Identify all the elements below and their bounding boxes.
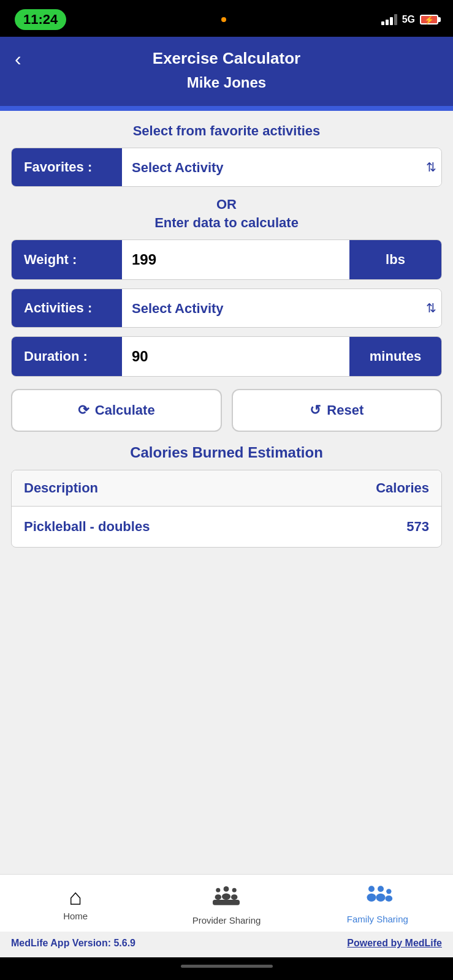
nav-item-provider-sharing[interactable]: Provider Sharing	[151, 882, 302, 925]
battery-icon: ⚡	[420, 15, 438, 24]
footer: MedLife App Version: 5.6.9 Powered by Me…	[0, 932, 453, 957]
results-title: Calories Burned Estimation	[11, 444, 442, 461]
calculate-label: Calculate	[95, 402, 155, 418]
activities-row: Activities : Select Activity ⇅	[11, 288, 442, 328]
battery-charge: ⚡	[424, 15, 434, 24]
nav-item-family-sharing[interactable]: Family Sharing	[302, 883, 453, 924]
home-bar	[181, 965, 273, 968]
main-content: Select from favorite activities Favorite…	[0, 111, 453, 874]
provider-sharing-label: Provider Sharing	[192, 915, 261, 925]
activities-chevron-icon: ⇅	[426, 301, 436, 315]
header: ‹ Exercise Calculator Mike Jones	[0, 37, 453, 106]
svg-point-3	[215, 894, 222, 900]
svg-point-10	[376, 894, 385, 902]
family-sharing-label: Family Sharing	[347, 914, 408, 924]
reset-button[interactable]: ↺ Reset	[232, 389, 443, 432]
favorites-select-wrapper: Select Activity ⇅	[122, 148, 441, 186]
svg-point-9	[378, 886, 384, 892]
svg-point-11	[386, 889, 391, 894]
back-button[interactable]: ‹	[15, 49, 21, 69]
duration-value-cell	[122, 337, 349, 376]
accent-bar	[0, 106, 453, 111]
activities-select-wrapper: Select Activity ⇅	[122, 289, 441, 327]
favorites-label: Favorites :	[12, 148, 122, 186]
home-icon: ⌂	[69, 886, 82, 908]
svg-point-8	[367, 894, 376, 902]
results-cal-header: Calories	[376, 480, 429, 496]
app-container: ‹ Exercise Calculator Mike Jones Select …	[0, 37, 453, 957]
svg-point-5	[231, 894, 238, 900]
or-text: OR	[11, 197, 442, 213]
svg-point-2	[216, 888, 221, 892]
svg-point-7	[368, 886, 375, 892]
favorites-chevron-icon: ⇅	[426, 160, 436, 175]
result-description: Pickleball - doubles	[24, 519, 150, 535]
weight-label: Weight :	[12, 240, 122, 279]
network-type: 5G	[402, 14, 415, 25]
bottom-nav: ⌂ Home Provider Sharing	[0, 874, 453, 932]
duration-row: Duration : minutes	[11, 336, 442, 377]
svg-point-1	[222, 893, 230, 900]
buttons-row: ⟳ Calculate ↺ Reset	[11, 389, 442, 432]
reset-label: Reset	[327, 402, 364, 418]
result-calories: 573	[406, 519, 429, 535]
enter-data-title: Enter data to calculate	[11, 215, 442, 231]
svg-rect-6	[213, 900, 240, 905]
provider-sharing-icon	[213, 882, 240, 913]
svg-point-12	[385, 895, 392, 902]
duration-input[interactable]	[132, 348, 340, 365]
results-desc-header: Description	[24, 480, 98, 496]
home-label: Home	[63, 911, 88, 921]
status-icons: 5G ⚡	[381, 14, 438, 25]
header-top: ‹ Exercise Calculator	[15, 49, 438, 68]
duration-unit: minutes	[349, 337, 441, 376]
orange-dot	[221, 17, 226, 22]
table-row: Pickleball - doubles 573	[12, 507, 441, 547]
user-name: Mike Jones	[187, 74, 266, 91]
duration-label: Duration :	[12, 337, 122, 376]
app-version: MedLife App Version: 5.6.9	[11, 938, 135, 949]
weight-value-cell	[122, 240, 349, 279]
calculate-button[interactable]: ⟳ Calculate	[11, 389, 222, 432]
status-bar: 11:24 5G ⚡	[0, 0, 453, 37]
home-indicator	[0, 957, 453, 980]
select-favorites-title: Select from favorite activities	[11, 123, 442, 139]
favorites-select[interactable]: Select Activity	[122, 149, 426, 186]
signal-bars-icon	[381, 14, 397, 25]
activities-label: Activities :	[12, 289, 122, 327]
results-table: Description Calories Pickleball - double…	[11, 470, 442, 548]
weight-input[interactable]	[132, 251, 340, 268]
svg-point-0	[224, 886, 229, 892]
reset-icon: ↺	[310, 402, 321, 418]
weight-unit: lbs	[349, 240, 441, 279]
family-sharing-icon	[362, 883, 393, 911]
header-title: Exercise Calculator	[153, 49, 300, 68]
calculate-icon: ⟳	[78, 402, 89, 418]
weight-row: Weight : lbs	[11, 239, 442, 280]
results-header: Description Calories	[12, 470, 441, 507]
favorites-row: Favorites : Select Activity ⇅	[11, 148, 442, 187]
activities-select[interactable]: Select Activity	[122, 290, 426, 327]
powered-by-link[interactable]: Powered by MedLife	[347, 938, 442, 949]
svg-point-4	[232, 888, 237, 892]
nav-item-home[interactable]: ⌂ Home	[0, 886, 151, 921]
status-time: 11:24	[15, 9, 66, 30]
or-divider: OR	[11, 197, 442, 213]
